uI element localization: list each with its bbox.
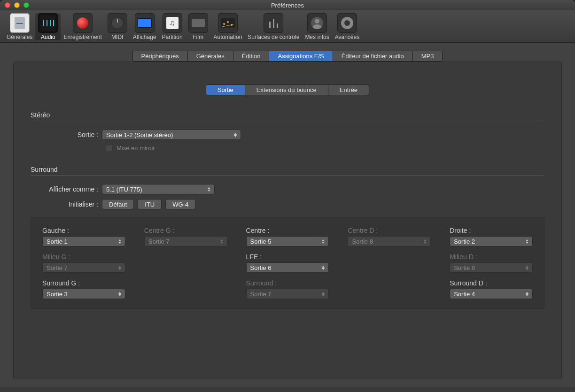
- toolbar-item-advanced[interactable]: Avancées: [332, 13, 362, 40]
- subtab-output[interactable]: Sortie: [206, 85, 245, 95]
- select-value: Sortie 1: [47, 238, 68, 245]
- toolbar-item-automation[interactable]: Automation: [211, 13, 245, 40]
- waveform-icon: [38, 13, 58, 33]
- toolbar-item-my-info[interactable]: Mes infos: [302, 13, 332, 40]
- channel-surroundg: Surround G :Sortie 3: [42, 279, 125, 299]
- midi-dial-icon: [108, 13, 127, 33]
- select-value: Sortie 6: [250, 264, 272, 271]
- tab-editing[interactable]: Édition: [233, 51, 270, 61]
- channel-label: Surround :: [246, 279, 329, 287]
- stereo-output-select[interactable]: Sortie 1-2 (Sortie stéréo): [102, 130, 241, 140]
- toolbar-label: Avancées: [335, 34, 359, 40]
- channel-output-select: Sortie 7: [144, 236, 227, 246]
- panel: Sortie Extensions du bounce Entrée Stéré…: [13, 61, 562, 379]
- person-icon: [307, 13, 327, 33]
- channel-output-select[interactable]: Sortie 2: [450, 236, 533, 246]
- tab-mp3[interactable]: MP3: [413, 51, 443, 61]
- toolbar-label: Générales: [7, 34, 32, 40]
- init-default-button[interactable]: Défaut: [102, 199, 134, 209]
- channel-centreg: Centre G :Sortie 7: [144, 227, 227, 246]
- subtab-bounce-extensions[interactable]: Extensions du bounce: [245, 85, 328, 95]
- toolbar-item-recording[interactable]: Enregistrement: [61, 13, 104, 40]
- channel-centre: Centre :Sortie 5: [246, 227, 329, 246]
- updown-icon: [320, 264, 326, 271]
- channel-output-select: Sortie 7: [42, 262, 125, 273]
- toolbar-item-display[interactable]: Affichage: [130, 13, 159, 40]
- channel-output-select[interactable]: Sortie 4: [450, 289, 533, 299]
- io-sub-tabs: Sortie Extensions du bounce Entrée: [31, 85, 544, 95]
- init-wg4-button[interactable]: WG-4: [165, 199, 195, 209]
- toolbar-label: Automation: [214, 34, 242, 40]
- audio-main-tabs: Périphériques Générales Édition Assignat…: [13, 51, 562, 61]
- channel-droite: Droite :Sortie 2: [450, 227, 533, 246]
- divider: [31, 121, 544, 121]
- channel-milieug: Milieu G :Sortie 7: [42, 253, 125, 273]
- channel-output-select[interactable]: Sortie 3: [42, 289, 125, 299]
- empty-cell: [348, 253, 431, 273]
- empty-cell: [144, 253, 227, 273]
- channel-output-select[interactable]: Sortie 1: [42, 236, 125, 246]
- toolbar-item-audio[interactable]: Audio: [35, 13, 61, 40]
- record-icon: [73, 13, 93, 33]
- channel-output-select: Sortie 8: [348, 236, 431, 246]
- channel-label: Gauche :: [42, 227, 125, 234]
- updown-icon: [206, 185, 212, 193]
- toolbar-label: MIDI: [111, 34, 123, 40]
- updown-icon: [524, 290, 530, 298]
- sliders-icon: [264, 13, 283, 33]
- initialize-label: Initialiser :: [31, 200, 102, 208]
- toolbar-item-midi[interactable]: MIDI: [105, 13, 130, 40]
- select-value: Sortie 7: [250, 291, 272, 298]
- channel-output-select: Sortie 7: [246, 289, 329, 299]
- toolbar-label: Surfaces de contrôle: [248, 34, 299, 40]
- toolbar-label: Film: [193, 34, 203, 40]
- toolbar-item-film[interactable]: Film: [186, 13, 211, 40]
- channel-output-select[interactable]: Sortie 5: [246, 236, 329, 246]
- tab-io-assignments[interactable]: Assignations E/S: [269, 51, 333, 61]
- initialize-buttons: Défaut ITU WG-4: [102, 199, 195, 209]
- empty-cell: [144, 279, 227, 299]
- channel-label: Droite :: [450, 227, 533, 234]
- updown-icon: [117, 264, 123, 271]
- select-value: Sortie 8: [454, 264, 475, 271]
- select-value: Sortie 7: [148, 238, 170, 245]
- channel-gauche: Gauche :Sortie 1: [42, 227, 125, 246]
- titlebar: Préférences: [0, 0, 575, 10]
- monitor-icon: [135, 13, 155, 33]
- channel-surround: Surround :Sortie 7: [246, 279, 329, 299]
- tab-audio-file-editor[interactable]: Éditeur de fichier audio: [333, 51, 413, 61]
- toolbar-label: Enregistrement: [63, 34, 101, 40]
- subtab-input[interactable]: Entrée: [328, 85, 369, 95]
- toolbar-item-control-surfaces[interactable]: Surfaces de contrôle: [245, 13, 302, 40]
- camera-icon: [188, 13, 208, 33]
- mirror-checkbox[interactable]: [106, 145, 113, 152]
- channel-milieud: Milieu D :Sortie 8: [450, 253, 533, 273]
- select-value: Sortie 3: [47, 291, 68, 298]
- stereo-output-label: Sortie :: [31, 131, 102, 138]
- automation-icon: [218, 13, 238, 33]
- toolbar-label: Mes infos: [305, 34, 329, 40]
- stereo-section-title: Stéréo: [31, 111, 544, 119]
- mirror-label: Mise en miroir: [117, 145, 155, 152]
- toolbar-item-general[interactable]: Générales: [4, 13, 35, 40]
- tab-general[interactable]: Générales: [188, 51, 233, 61]
- surround-channel-grid: Gauche :Sortie 1Centre G :Sortie 7Centre…: [31, 217, 544, 309]
- updown-icon: [117, 238, 123, 245]
- channel-lfe: LFE :Sortie 6: [246, 253, 329, 273]
- channel-output-select[interactable]: Sortie 6: [246, 262, 329, 273]
- channel-label: Surround D :: [450, 279, 533, 287]
- window-title: Préférences: [0, 2, 575, 9]
- updown-icon: [232, 131, 239, 138]
- channel-label: Milieu G :: [42, 253, 125, 261]
- select-value: Sortie 1-2 (Sortie stéréo): [106, 131, 173, 138]
- show-as-select[interactable]: 5.1 (ITU 775): [102, 184, 215, 194]
- tab-devices[interactable]: Périphériques: [133, 51, 188, 61]
- toolbar-label: Audio: [41, 34, 55, 40]
- channel-centred: Centre D :Sortie 8: [348, 227, 431, 246]
- init-itu-button[interactable]: ITU: [138, 199, 162, 209]
- toolbar-item-score[interactable]: ♫ Partition: [159, 13, 186, 40]
- body: Périphériques Générales Édition Assignat…: [0, 43, 575, 387]
- channel-label: Centre :: [246, 227, 329, 234]
- switch-icon: [10, 13, 30, 33]
- select-value: Sortie 7: [47, 264, 68, 271]
